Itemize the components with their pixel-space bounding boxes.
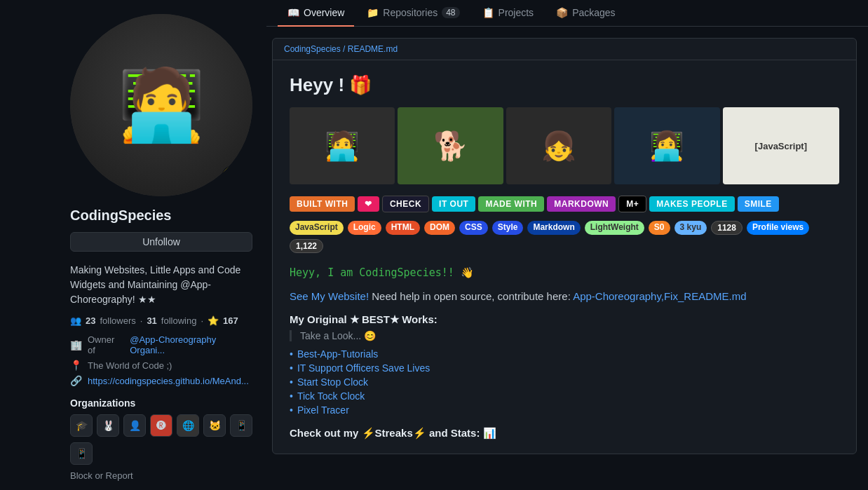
bio: Making Websites, Little Apps and Code Wi…	[70, 263, 252, 307]
main-inner: CodingSpecies / README.md Heyy ! 🎁 🧑‍💻 🐕…	[266, 27, 868, 465]
breadcrumb-file[interactable]: README.md	[348, 44, 398, 54]
tag-html: HTML	[386, 221, 420, 235]
breadcrumb-user[interactable]: CodingSpecies	[284, 44, 341, 54]
building-icon: 🏢	[70, 339, 82, 351]
block-report-link[interactable]: Block or Report	[70, 470, 252, 481]
list-item-1: Best-App-Tutorials	[290, 348, 839, 360]
org-icon-5[interactable]: 🌐	[177, 414, 199, 437]
list-link-5[interactable]: Pixel Tracer	[297, 404, 349, 416]
org-icon-2[interactable]: 🐰	[97, 414, 119, 437]
badge-heart: ❤	[358, 196, 379, 212]
followers-count[interactable]: 23	[86, 315, 95, 326]
org-icon-6[interactable]: 🐱	[203, 414, 226, 437]
stats: 👥 23 followers · 31 following · ⭐ 167	[70, 315, 252, 326]
image-row: 🧑‍💻 🐕 👧 👩‍💻 [JavaScript]	[290, 107, 839, 184]
readme-title: Heyy ! 🎁	[290, 74, 839, 96]
readme-image-3: 👧	[506, 107, 611, 184]
readme-image-2: 🐕	[398, 107, 503, 184]
list-item-3: Start Stop Clock	[290, 376, 839, 388]
readme-box: CodingSpecies / README.md Heyy ! 🎁 🧑‍💻 🐕…	[272, 38, 857, 454]
link-icon: 🔗	[70, 375, 82, 386]
tag-3kyu: 3 kyu	[674, 221, 707, 235]
people-icon: 👥	[70, 315, 81, 326]
badge-check: CHECK	[382, 196, 429, 212]
following-label: following	[161, 315, 197, 326]
org-icon-1[interactable]: 🎓	[70, 414, 93, 437]
org-icon-4[interactable]: 🅡	[150, 414, 172, 437]
website-info: 🔗 https://codingspecies.github.io/MeAnd.…	[70, 375, 252, 386]
tags-row: JavaScript Logic HTML DOM CSS Style Mark…	[290, 221, 839, 253]
readme-image-1: 🧑‍💻	[290, 107, 395, 184]
repo-icon: 📁	[367, 7, 379, 18]
readme-image-4: 👩‍💻	[614, 107, 719, 184]
tag-so: S0	[649, 221, 670, 235]
sidebar: 🧑‍💻 😎 CodingSpecies Unfollow Making Webs…	[49, 0, 266, 490]
avatar: 🧑‍💻 😎	[70, 14, 252, 196]
tag-dom: DOM	[424, 221, 455, 235]
location-icon: 📍	[70, 360, 82, 371]
tab-packages[interactable]: 📦 Packages	[546, 0, 625, 27]
avatar-badge: 😎	[222, 165, 244, 188]
list-item-2: IT Support Officers Save Lives	[290, 362, 839, 374]
star-icon: ⭐	[208, 315, 219, 326]
look-quote: Take a Look... 😊	[290, 330, 839, 341]
tag-profile-views: Profile views	[747, 221, 809, 235]
org-grid-2: 📱	[70, 442, 252, 465]
tab-projects[interactable]: 📋 Projects	[473, 0, 544, 27]
location-text: The World of Code ;)	[88, 360, 172, 371]
badge-row: BUILT WITH ❤ CHECK IT OUT MADE WITH	[290, 196, 839, 212]
list-link-3[interactable]: Start Stop Clock	[297, 376, 368, 388]
list-link-4[interactable]: Tick Tock Clock	[297, 390, 365, 402]
location-info: 📍 The World of Code ;)	[70, 360, 252, 371]
tag-1128: 1128	[711, 221, 742, 235]
badge-markdown: MARKDOWN	[547, 196, 616, 212]
org-icon-7[interactable]: 📱	[230, 414, 252, 437]
list-item-4: Tick Tock Clock	[290, 390, 839, 402]
badge-made-with: MADE WITH	[478, 196, 544, 212]
projects-icon: 📋	[482, 7, 494, 18]
book-icon: 📖	[287, 7, 299, 18]
readme-image-5: [JavaScript]	[723, 107, 839, 184]
list-item-5: Pixel Tracer	[290, 404, 839, 416]
nav-tabs: 📖 Overview 📁 Repositories 48 📋 Projects …	[266, 0, 868, 27]
owner-label: Owner of	[88, 334, 124, 355]
followers-label: followers	[100, 315, 135, 326]
organizations-title: Organizations	[70, 397, 252, 409]
username: CodingSpecies	[70, 207, 252, 224]
org-icon-3[interactable]: 👤	[123, 414, 146, 437]
badge-md-icon: M+	[618, 196, 646, 212]
tag-javascript: JavaScript	[290, 221, 344, 235]
tag-markdown: Markdown	[527, 221, 580, 235]
repo-badge: 48	[442, 7, 459, 18]
readme-body: Heyy ! 🎁 🧑‍💻 🐕 👧 👩‍💻 [JavaScript] BUILT …	[273, 60, 856, 454]
streaks-heading: Check out my ⚡Streaks⚡ and Stats: 📊	[290, 427, 839, 440]
stars-count[interactable]: 167	[223, 315, 238, 326]
list-link-1[interactable]: Best-App-Tutorials	[297, 348, 378, 360]
badge-makes-people: MAKES PEOPLE	[649, 196, 734, 212]
org-grid: 🎓 🐰 👤 🅡 🌐 🐱 📱	[70, 414, 252, 437]
see-website-text: See My Website! Need help in open source…	[290, 288, 839, 305]
tag-views-count: 1,122	[290, 239, 323, 253]
tab-repositories[interactable]: 📁 Repositories 48	[357, 0, 469, 27]
owner-org-link[interactable]: @App-Choreography Organi...	[130, 334, 252, 355]
tab-overview[interactable]: 📖 Overview	[278, 0, 354, 27]
org-icon-8[interactable]: 📱	[70, 442, 93, 465]
tag-css: CSS	[459, 221, 488, 235]
packages-icon: 📦	[556, 7, 568, 18]
contribute-link[interactable]: App-Choreography,Fix_README.md	[573, 290, 746, 302]
website-link[interactable]: https://codingspecies.github.io/MeAnd...	[88, 376, 249, 386]
main-content: 📖 Overview 📁 Repositories 48 📋 Projects …	[266, 0, 868, 490]
following-count[interactable]: 31	[147, 315, 156, 326]
works-heading: My Original ★ BEST★ Works:	[290, 313, 839, 326]
badge-built-with: BUILT WITH	[290, 196, 355, 212]
tag-lightweight: LightWeight	[585, 221, 644, 235]
badge-it-out: IT OUT	[432, 196, 475, 212]
list-link-2[interactable]: IT Support Officers Save Lives	[297, 362, 430, 374]
badge-smile: SMILE	[738, 196, 779, 212]
unfollow-button[interactable]: Unfollow	[70, 232, 252, 252]
see-website-link[interactable]: See My Website!	[290, 290, 369, 302]
owner-info: 🏢 Owner of @App-Choreography Organi...	[70, 334, 252, 355]
tag-logic: Logic	[348, 221, 381, 235]
tag-style: Style	[492, 221, 524, 235]
readme-header: CodingSpecies / README.md	[273, 39, 856, 60]
